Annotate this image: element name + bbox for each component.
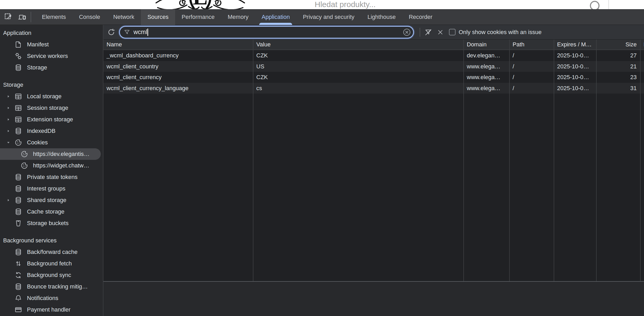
cell-expires: 2025-10-0… (554, 83, 596, 94)
sidebar-item-extension-storage[interactable]: Extension storage (0, 114, 103, 125)
bell-icon (14, 294, 22, 302)
site-search-placeholder[interactable]: Hledat produkty... (315, 0, 376, 9)
sidebar-item-label: https://widget.chatw… (33, 160, 89, 171)
toolbar-divider (31, 12, 31, 22)
cookie-icon (20, 162, 28, 170)
cell-path: / (509, 83, 554, 94)
sidebar-item-background-sync[interactable]: Background sync (0, 269, 103, 281)
cookie-row[interactable]: wcml_client_countryUSwww.elega…/2025-10-… (103, 61, 644, 72)
sidebar-item-storage-buckets[interactable]: Storage buckets (0, 217, 103, 229)
cell-domain: dev.elegan… (464, 50, 509, 61)
column-header-partial[interactable]: H (640, 40, 644, 50)
cookies-table-body: _wcml_dashboard_currencyCZKdev.elegan…/2… (103, 50, 644, 94)
tab-network[interactable]: Network (107, 9, 141, 25)
cell-name: wcml_client_country (103, 61, 253, 72)
cell-size: 23 (596, 72, 640, 83)
sidebar-item-label: Background fetch (27, 258, 72, 269)
sidebar-item-service-workers[interactable]: Service workers (0, 50, 103, 62)
chevron-right-icon[interactable] (6, 106, 10, 110)
cookie-row[interactable]: _wcml_dashboard_currencyCZKdev.elegan…/2… (103, 50, 644, 61)
sidebar-item-back-forward-cache[interactable]: Back/forward cache (0, 246, 103, 258)
column-divider[interactable] (509, 40, 510, 281)
column-header-domain[interactable]: Domain (464, 40, 509, 50)
sidebar-item-local-storage[interactable]: Local storage (0, 91, 103, 102)
svg-text:E: E (193, 0, 208, 9)
site-logo: E (154, 0, 247, 9)
cell-name: wcml_client_currency_language (103, 83, 253, 94)
cookies-table: Name Value Domain Path Expires / M… Size… (103, 39, 644, 281)
cell-value: cs (253, 83, 464, 94)
tab-recorder[interactable]: Recorder (402, 9, 439, 25)
inspect-icon[interactable] (4, 13, 13, 21)
cell-domain: www.elega… (464, 72, 509, 83)
sidebar-item-label: Local storage (27, 91, 62, 102)
tab-console[interactable]: Console (73, 9, 107, 25)
up-down-arrows-icon (14, 260, 22, 268)
sidebar-item-background-fetch[interactable]: Background fetch (0, 258, 103, 269)
sidebar-item-https-widget-chatw[interactable]: https://widget.chatw… (0, 160, 103, 171)
column-header-name[interactable]: Name (103, 40, 253, 50)
filter-input-value: wcml (134, 29, 147, 36)
card-icon (14, 306, 22, 314)
search-icon[interactable] (588, 0, 603, 9)
sidebar-item-cache-storage[interactable]: Cache storage (0, 206, 103, 217)
sidebar-item-storage[interactable]: Storage (0, 62, 103, 73)
tab-lighthouse[interactable]: Lighthouse (361, 9, 402, 25)
refresh-icon[interactable] (107, 28, 115, 36)
sidebar-item-label: Notifications (27, 292, 58, 304)
only-issues-label[interactable]: Only show cookies with an issue (459, 29, 542, 36)
devtools-tabbar: Elements Console Network Sources Perform… (0, 9, 644, 25)
close-icon[interactable] (437, 29, 444, 36)
application-sidebar: ApplicationManifestService workersStorag… (0, 25, 103, 316)
tab-performance[interactable]: Performance (175, 9, 221, 25)
sidebar-item-interest-groups[interactable]: Interest groups (0, 183, 103, 194)
sidebar-item-label: Session storage (27, 102, 68, 114)
sidebar-item-indexeddb[interactable]: IndexedDB (0, 125, 103, 137)
table-icon (14, 104, 22, 112)
cookie-row[interactable]: wcml_client_currencyCZKwww.elega…/2025-1… (103, 72, 644, 83)
tab-memory[interactable]: Memory (221, 9, 255, 25)
column-header-value[interactable]: Value (253, 40, 464, 50)
sync-icon (14, 271, 22, 279)
column-header-size[interactable]: Size (596, 40, 640, 50)
chevron-right-icon[interactable] (6, 198, 10, 202)
tab-application[interactable]: Application (255, 9, 296, 25)
sidebar-item-private-state-tokens[interactable]: Private state tokens (0, 171, 103, 183)
chevron-right-icon[interactable] (6, 94, 10, 99)
tab-privacy-and-security[interactable]: Privacy and security (296, 9, 361, 25)
column-header-path[interactable]: Path (509, 40, 554, 50)
cookie-icon (14, 139, 22, 146)
cookie-row[interactable]: wcml_client_currency_languagecswww.elega… (103, 83, 644, 94)
sidebar-item-label: IndexedDB (27, 125, 55, 137)
chevron-right-icon[interactable] (6, 129, 10, 133)
column-divider[interactable] (253, 40, 253, 281)
sidebar-item-https-dev-elegantis[interactable]: https://dev.elegantis… (0, 148, 103, 160)
sidebar-item-manifest[interactable]: Manifest (0, 39, 103, 50)
cookie-filter-input[interactable]: wcml (119, 26, 414, 39)
screen: E Hledat produkty... Elements Console Ne… (0, 0, 644, 316)
column-divider[interactable] (596, 40, 597, 281)
only-issues-checkbox[interactable] (449, 29, 456, 35)
gears-icon (14, 52, 22, 60)
column-divider[interactable] (463, 40, 464, 281)
clear-filter-icon[interactable] (403, 28, 411, 36)
chevron-right-icon[interactable] (6, 117, 10, 122)
sidebar-item-shared-storage[interactable]: Shared storage (0, 194, 103, 206)
sidebar-item-cookies[interactable]: Cookies (0, 137, 103, 148)
device-toolbar-icon[interactable] (18, 13, 26, 21)
chevron-down-icon[interactable] (6, 140, 10, 145)
column-header-expires[interactable]: Expires / M… (554, 40, 596, 50)
sidebar-item-notifications[interactable]: Notifications (0, 292, 103, 304)
sidebar-item-label: Cache storage (27, 206, 64, 217)
sidebar-item-payment-handler[interactable]: Payment handler (0, 304, 103, 315)
sidebar-item-session-storage[interactable]: Session storage (0, 102, 103, 114)
database-icon (14, 64, 22, 72)
column-divider[interactable] (640, 40, 641, 281)
column-divider[interactable] (554, 40, 554, 281)
sidebar-item-bounce-tracking-mitig[interactable]: Bounce tracking mitig… (0, 281, 103, 292)
tab-elements[interactable]: Elements (35, 9, 73, 25)
filter-off-icon[interactable] (424, 28, 432, 36)
sidebar-section-title: Application (0, 27, 103, 39)
tab-sources[interactable]: Sources (141, 9, 175, 25)
cell-expires: 2025-10-0… (554, 72, 596, 83)
